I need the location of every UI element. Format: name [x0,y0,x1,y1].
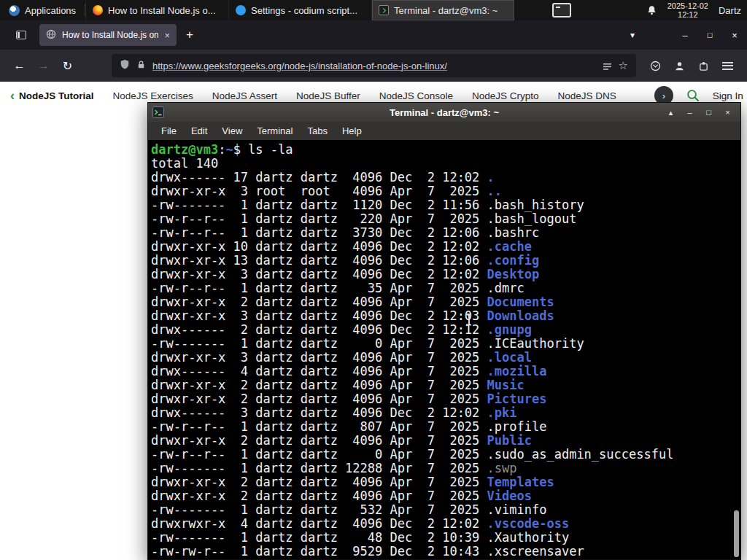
terminal-window: Terminal - dartz@vm3: ~ ▴ – □ × File Edi… [147,102,741,560]
task-title: Settings - codium script... [251,5,357,16]
toolbar-right-icons [643,54,740,77]
forward-button[interactable]: → [31,54,55,77]
window-close-button[interactable]: × [722,20,747,50]
extensions-icon[interactable] [692,54,716,77]
terminal-window-icon [152,106,164,118]
terminal-line: -rw-r--r-- 1 dartz dartz 0 Apr 7 2025 .s… [151,448,740,462]
taskbar-item-firefox[interactable]: How to Install Node.js o... [85,0,228,20]
clock-date: 2025-12-02 [667,1,708,11]
terminal-menu-bar: File Edit View Terminal Tabs Help [148,122,740,140]
terminal-line: drwxr-xr-x 2 dartz dartz 4096 Apr 7 2025… [151,489,740,503]
nav-item-console[interactable]: NodeJS Console [379,90,453,101]
terminal-line: -rw------- 1 dartz dartz 0 Apr 7 2025 .I… [151,337,740,351]
terminal-line: -rw------- 1 dartz dartz 12288 Apr 7 202… [151,462,740,475]
terminal-line: -rw-r--r-- 1 dartz dartz 3730 Dec 2 12:0… [151,226,740,240]
menu-tabs[interactable]: Tabs [300,124,334,138]
terminal-line: -rw-rw-r-- 1 dartz dartz 9529 Dec 2 10:4… [151,545,740,559]
terminal-line: dartz@vm3:~$ ls -la [151,143,740,157]
terminal-line: drwxr-xr-x 3 dartz dartz 4096 Apr 7 2025… [151,351,740,365]
terminal-line: drwx------ 4 dartz dartz 4096 Apr 7 2025… [151,365,740,378]
terminal-line: drwxr-xr-x 3 dartz dartz 4096 Dec 2 12:0… [151,309,740,323]
tab-bar-right: ▾ – □ × [622,20,747,50]
pocket-icon[interactable] [643,54,667,77]
new-tab-button[interactable]: + [179,25,200,45]
terminal-line: drwxr-xr-x 2 dartz dartz 4096 Apr 7 2025… [151,475,740,489]
terminal-line: drwxr-xr-x 2 dartz dartz 4096 Apr 7 2025… [151,295,740,309]
nav-nodejs-tutorial[interactable]: ‹ NodeJS Tutorial [10,89,94,102]
panel-clock[interactable]: 2025-12-02 12:12 [667,1,708,20]
terminal-window-controls: ▴ – □ × [662,105,736,120]
nav-item-crypto[interactable]: NodeJS Crypto [472,90,539,101]
terminal-shade-button[interactable]: ▴ [662,105,679,120]
terminal-line: drwxr-xr-x 2 dartz dartz 4096 Apr 7 2025… [151,434,740,448]
tab-favicon-globe-icon [46,29,56,42]
browser-tab[interactable]: How to Install Node.js on... × [39,24,177,46]
menu-file[interactable]: File [154,124,184,138]
bookmark-star-icon[interactable]: ☆ [619,59,628,72]
terminal-line: drwxr-xr-x 10 dartz dartz 4096 Dec 2 12:… [151,240,740,254]
terminal-line: total 140 [151,157,740,171]
terminal-line: drwxr-xr-x 13 dartz dartz 4096 Dec 2 12:… [151,254,740,268]
chevron-left-icon: ‹ [10,89,15,102]
menu-terminal[interactable]: Terminal [249,124,300,138]
taskbar-item-codium[interactable]: Settings - codium script... [228,0,371,20]
applications-label: Applications [25,5,76,16]
window-maximize-button[interactable]: □ [697,20,722,50]
terminal-scrollbar[interactable] [734,510,739,557]
account-icon[interactable] [667,54,692,77]
terminal-line: drwxr-xr-x 3 root root 4096 Apr 7 2025 .… [151,184,740,198]
url-text[interactable]: https://www.geeksforgeeks.org/node-js/in… [152,61,447,71]
taskbar-item-terminal[interactable]: Terminal - dartz@vm3: ~ [371,0,514,20]
nav-item-exercises[interactable]: NodeJS Exercises [113,90,193,101]
hamburger-bars [722,62,733,70]
menu-view[interactable]: View [214,124,249,138]
terminal-minimize-button[interactable]: – [681,105,698,120]
tracking-protection-shield-icon[interactable] [120,59,130,72]
terminal-line: drwx------ 3 dartz dartz 4096 Dec 2 12:0… [151,406,740,420]
terminal-maximize-button[interactable]: □ [700,105,717,120]
browser-tab-bar: How to Install Node.js on... × + ▾ – □ × [0,20,747,50]
reader-mode-icon[interactable] [603,61,612,71]
desktop-panel: Applications How to Install Node.js o...… [0,0,747,20]
user-menu[interactable]: Dartz [719,5,741,16]
menu-help[interactable]: Help [335,124,369,138]
nav-item-dns[interactable]: NodeJS DNS [558,90,616,101]
terminal-title-bar[interactable]: Terminal - dartz@vm3: ~ ▴ – □ × [148,103,740,122]
notifications-bell-icon[interactable] [646,5,657,16]
lock-icon[interactable] [136,59,146,72]
terminal-line: -rw------- 1 dartz dartz 48 Dec 2 10:39 … [151,531,740,545]
terminal-line: -rw-r--r-- 1 dartz dartz 35 Apr 7 2025 .… [151,281,740,295]
task-title: Terminal - dartz@vm3: ~ [394,5,498,16]
search-icon[interactable] [686,89,700,102]
window-minimize-button[interactable]: – [673,20,697,50]
reload-button[interactable]: ↻ [55,54,80,77]
terminal-line: drwx------ 2 dartz dartz 4096 Dec 2 12:1… [151,323,740,337]
address-bar[interactable]: https://www.geeksforgeeks.org/node-js/in… [112,54,636,77]
terminal-line: -rw------- 1 dartz dartz 1120 Dec 2 11:5… [151,198,740,212]
terminal-title: Terminal - dartz@vm3: ~ [148,107,740,118]
codium-icon [236,5,246,15]
nav-tutorial-label: NodeJS Tutorial [19,90,94,101]
firefox-view-button[interactable] [12,26,31,44]
terminal-close-button[interactable]: × [719,105,736,120]
tray-terminal-icon[interactable] [552,3,571,18]
terminal-output[interactable]: dartz@vm3:~$ ls -latotal 140drwx------ 1… [148,140,740,559]
applications-icon [9,5,20,16]
terminal-line: -rw------- 1 dartz dartz 532 Apr 7 2025 … [151,503,740,517]
terminal-line: -rw-r--r-- 1 dartz dartz 807 Apr 7 2025 … [151,420,740,434]
nav-item-assert[interactable]: NodeJS Assert [212,90,277,101]
applications-menu[interactable]: Applications [0,0,85,20]
menu-hamburger-icon[interactable] [716,54,740,77]
terminal-line: drwxr-xr-x 2 dartz dartz 4096 Apr 7 2025… [151,392,740,406]
list-all-tabs-icon[interactable]: ▾ [622,30,643,40]
panel-right-area: 2025-12-02 12:12 Dartz [646,1,747,20]
nav-item-buffer[interactable]: NodeJS Buffer [296,90,360,101]
browser-toolbar: ← → ↻ https://www.geeksforgeeks.org/node… [0,50,747,82]
menu-edit[interactable]: Edit [184,124,214,138]
firefox-view-icon [16,31,26,39]
back-button[interactable]: ← [7,54,31,77]
tab-close-icon[interactable]: × [164,30,170,41]
sign-in-button[interactable]: Sign In [713,90,743,101]
terminal-line: -rw-r--r-- 1 dartz dartz 220 Apr 7 2025 … [151,212,740,226]
clock-time: 12:12 [667,10,708,20]
